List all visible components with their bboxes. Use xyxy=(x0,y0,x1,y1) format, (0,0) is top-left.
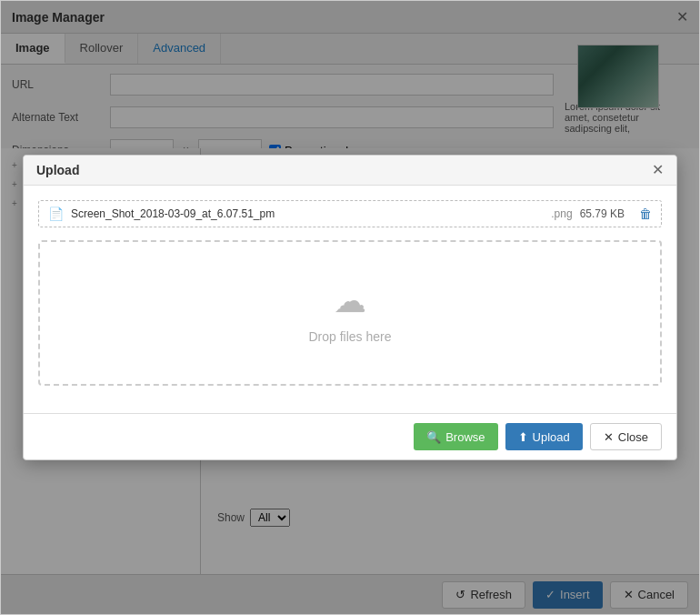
upload-footer: 🔍 Browse ⬆ Upload ✕ Close xyxy=(24,413,676,459)
close-modal-button[interactable]: ✕ Close xyxy=(590,423,662,450)
main-window: Image Manager ✕ Image Rollover Advanced … xyxy=(0,0,700,615)
cloud-upload-icon: ☁ xyxy=(334,282,366,320)
browse-button[interactable]: 🔍 Browse xyxy=(414,423,497,450)
file-ext: .png xyxy=(551,207,572,220)
file-name: Screen_Shot_2018-03-09_at_6.07.51_pm xyxy=(71,207,544,220)
upload-body: 📄 Screen_Shot_2018-03-09_at_6.07.51_pm .… xyxy=(24,186,676,413)
upload-modal-title: Upload xyxy=(36,163,79,177)
search-icon: 🔍 xyxy=(426,430,441,444)
file-size: 65.79 KB xyxy=(580,207,625,220)
file-icon: 📄 xyxy=(48,207,64,221)
modal-overlay: Upload ✕ 📄 Screen_Shot_2018-03-09_at_6.0… xyxy=(1,1,699,614)
upload-modal-close-button[interactable]: ✕ xyxy=(652,163,664,177)
close-icon: ✕ xyxy=(604,430,614,444)
dropzone[interactable]: ☁ Drop files here xyxy=(38,240,662,386)
upload-icon: ⬆ xyxy=(518,430,528,444)
dropzone-label: Drop files here xyxy=(308,329,391,344)
file-row: 📄 Screen_Shot_2018-03-09_at_6.07.51_pm .… xyxy=(38,200,662,227)
upload-button[interactable]: ⬆ Upload xyxy=(505,423,583,450)
upload-modal: Upload ✕ 📄 Screen_Shot_2018-03-09_at_6.0… xyxy=(23,155,677,460)
upload-titlebar: Upload ✕ xyxy=(24,156,676,186)
delete-file-icon[interactable]: 🗑 xyxy=(639,207,652,221)
